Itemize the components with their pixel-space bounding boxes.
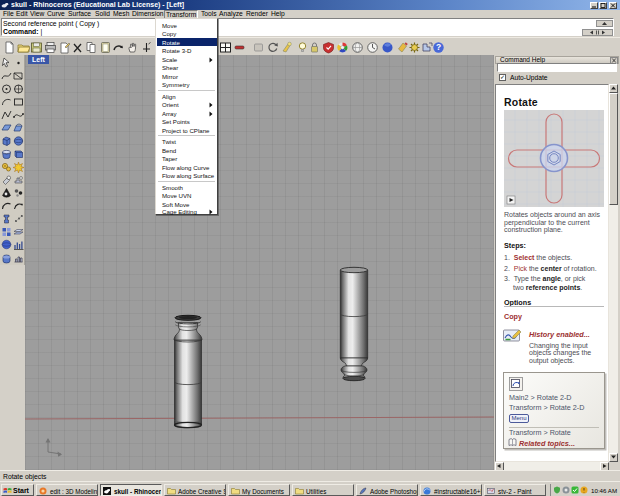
svg-text:?: ? [436, 42, 441, 52]
